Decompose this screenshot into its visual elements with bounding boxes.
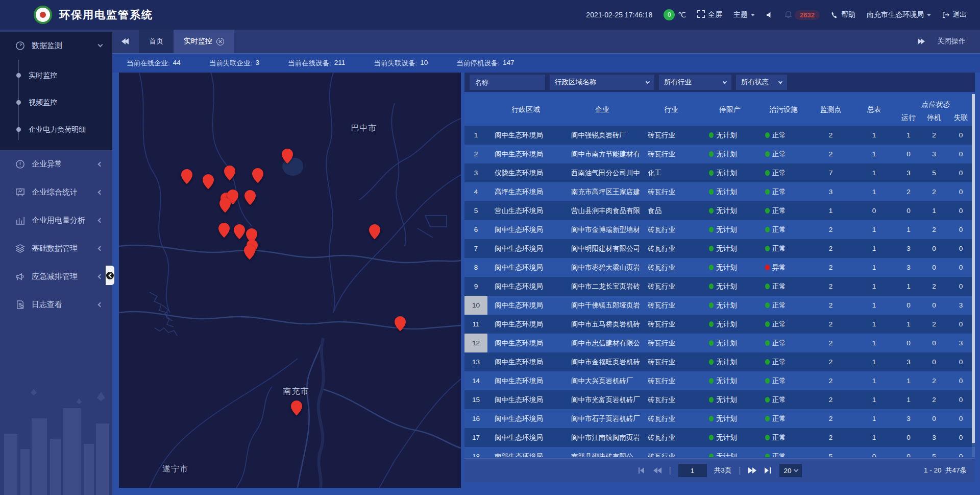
table-scrollbar[interactable]: [972, 94, 975, 457]
previous-page-button[interactable]: [653, 467, 662, 474]
page-number-input[interactable]: [678, 464, 707, 477]
table-row-15[interactable]: 15阆中生态环境局阆中市光富页岩机砖厂砖瓦行业无计划正常21120: [464, 390, 975, 409]
table-row-17[interactable]: 17阆中生态环境局阆中市江南镇阆南页岩砖瓦行业无计划正常21030: [464, 428, 975, 447]
cell-lost: 0: [947, 358, 975, 366]
map-city-label-0: 巴中市: [351, 123, 377, 133]
table-row-5[interactable]: 5营山生态环境局营山县润丰肉食品有限食品无计划正常10010: [464, 201, 975, 220]
next-page-button[interactable]: [748, 467, 757, 474]
sidebar-item-0[interactable]: 数据监测: [0, 32, 112, 60]
table-row-2[interactable]: 2阆中生态环境局阆中市南方节能建材有砖瓦行业无计划正常21030: [464, 145, 975, 163]
col-subheader-0[interactable]: 运行: [896, 110, 921, 126]
sidebar-item-3[interactable]: 企业用电量分析: [0, 206, 112, 234]
region-select[interactable]: 行政区域名称: [550, 75, 654, 90]
table-row-11[interactable]: 11阆中生态环境局阆中市五马桥页岩机砖砖瓦行业无计划正常21120: [464, 315, 975, 334]
sidebar-item-5[interactable]: 应急减排管理: [0, 263, 112, 291]
sidebar-subitem[interactable]: 企业电力负荷明细: [0, 116, 112, 143]
cell-region: 南部生态环境局: [487, 452, 564, 458]
sidebar-subitem[interactable]: 实时监控: [0, 62, 112, 89]
close-operations-menu[interactable]: 关闭操作: [937, 37, 966, 46]
sidebar-item-1[interactable]: 企业异常: [0, 150, 112, 178]
table-row-14[interactable]: 14阆中生态环境局阆中大兴页岩机砖厂砖瓦行业无计划正常21120: [464, 371, 975, 390]
table-row-16[interactable]: 16阆中生态环境局阆中市石子页岩机砖厂砖瓦行业无计划正常21300: [464, 409, 975, 428]
sidebar-item-2[interactable]: 企业综合统计: [0, 178, 112, 206]
industry-select[interactable]: 所有行业: [659, 75, 731, 90]
fullscreen-button[interactable]: 全屏: [697, 10, 722, 19]
status-dot-green: [765, 378, 770, 384]
table-row-8[interactable]: 8阆中生态环境局阆中市枣碧大梁山页岩砖瓦行业无计划异常21300: [464, 258, 975, 277]
map[interactable]: 巴中市南充市遂宁市: [119, 73, 461, 488]
theme-menu[interactable]: 主题: [733, 10, 755, 19]
map-pin-2[interactable]: [203, 174, 214, 190]
table-row-12[interactable]: 12阆中生态环境局阆中市忠信建材有限公砖瓦行业无计划正常21003: [464, 334, 975, 352]
org-menu[interactable]: 南充市生态环境局: [867, 10, 931, 19]
cell-company: 南充市高坪区王家店建: [564, 187, 641, 197]
sidebar-item-6[interactable]: 日志查看: [0, 291, 112, 319]
table-row-3[interactable]: 3仪陇生态环境局西南油气田分公司川中化工无计划正常71350: [464, 163, 975, 182]
tab-home[interactable]: 首页: [139, 30, 174, 53]
col-header-1[interactable]: 企业: [564, 94, 641, 126]
col-header-6[interactable]: 总表: [852, 94, 896, 126]
sidebar-collapse-button[interactable]: [106, 266, 114, 285]
logout-button[interactable]: 退出: [942, 10, 967, 19]
row-index: 15: [464, 390, 487, 409]
row-index: 4: [464, 182, 487, 201]
notifications[interactable]: 2632: [785, 10, 820, 20]
col-group-point-status: 点位状态: [896, 94, 975, 110]
map-pin-9[interactable]: [218, 223, 230, 238]
map-pin-13[interactable]: [244, 244, 255, 260]
col-subheader-2[interactable]: 失联: [947, 110, 975, 126]
status-dot-green: [709, 378, 714, 384]
map-pin-7[interactable]: [219, 197, 231, 213]
col-header-3[interactable]: 停限产: [702, 94, 758, 126]
col-header-0[interactable]: 行政区域: [487, 94, 564, 126]
help-button[interactable]: 帮助: [831, 10, 855, 19]
name-search-input[interactable]: [470, 75, 545, 90]
col-header-4[interactable]: 治污设施: [758, 94, 809, 126]
table-row-18[interactable]: 18南部生态环境局南部县砌块砖有限公砖瓦行业无计划正常50050: [464, 447, 975, 457]
cell-industry: 砖瓦行业: [641, 358, 702, 367]
map-pin-8[interactable]: [244, 190, 256, 205]
sound-button[interactable]: [766, 11, 774, 18]
row-index: 1: [464, 126, 487, 145]
map-pin-10[interactable]: [234, 224, 245, 239]
tab-realtime-monitor[interactable]: 实时监控 ✕: [174, 30, 234, 53]
cell-lost: 0: [947, 188, 975, 196]
cell-lost: 3: [947, 339, 975, 347]
table-row-4[interactable]: 4高坪生态环境局南充市高坪区王家店建砖瓦行业无计划正常31220: [464, 182, 975, 201]
tabs-scroll-left-button[interactable]: [112, 30, 139, 53]
sidebar-item-4[interactable]: 基础数据管理: [0, 234, 112, 263]
table-row-1[interactable]: 1阆中生态环境局阆中强锐页岩砖厂砖瓦行业无计划正常21120: [464, 126, 975, 145]
map-pin-15[interactable]: [395, 316, 406, 332]
status-select[interactable]: 所有状态: [736, 75, 787, 90]
cell-pollution-facility: 正常: [758, 395, 809, 405]
row-index: 13: [464, 352, 487, 371]
table-row-10[interactable]: 10阆中生态环境局阆中千佛镇五郎垭页岩砖瓦行业无计划正常21003: [464, 296, 975, 315]
col-subheader-1[interactable]: 停机: [921, 110, 947, 126]
cell-industry: 砖瓦行业: [641, 131, 702, 140]
cell-limit-production: 无计划: [702, 282, 758, 291]
tabs-scroll-right-button[interactable]: [918, 38, 924, 44]
cell-region: 阆中生态环境局: [487, 358, 564, 367]
tab-close-icon[interactable]: ✕: [216, 38, 224, 45]
col-header-2[interactable]: 行业: [641, 94, 702, 126]
cell-total-meters: 1: [852, 301, 896, 309]
table-row-13[interactable]: 13阆中生态环境局阆中市金福旺页岩机砖砖瓦行业无计划正常21300: [464, 352, 975, 371]
map-pin-3[interactable]: [224, 166, 235, 181]
map-pin-14[interactable]: [369, 224, 380, 239]
map-pin-4[interactable]: [252, 168, 263, 183]
map-pin-1[interactable]: [181, 169, 192, 184]
table-row-9[interactable]: 9阆中生态环境局阆中市二龙长宝页岩砖砖瓦行业无计划正常21120: [464, 277, 975, 296]
cell-industry: 砖瓦行业: [641, 225, 702, 234]
speaker-icon: [766, 11, 774, 18]
last-page-button[interactable]: [764, 467, 772, 474]
table-row-7[interactable]: 7阆中生态环境局阆中明阳建材有限公司砖瓦行业无计划正常21300: [464, 239, 975, 258]
cell-monitor-points: 2: [809, 301, 852, 309]
cell-monitor-points: 2: [809, 226, 852, 233]
page-size-select[interactable]: 20: [779, 464, 802, 477]
first-page-button[interactable]: [638, 467, 646, 474]
table-row-6[interactable]: 6阆中生态环境局阆中市金博瑞新型墙材砖瓦行业无计划正常21120: [464, 220, 975, 239]
map-pin-0[interactable]: [282, 148, 293, 163]
sidebar-subitem[interactable]: 视频监控: [0, 89, 112, 116]
col-header-5[interactable]: 监测点: [809, 94, 852, 126]
map-pin-16[interactable]: [291, 400, 302, 416]
